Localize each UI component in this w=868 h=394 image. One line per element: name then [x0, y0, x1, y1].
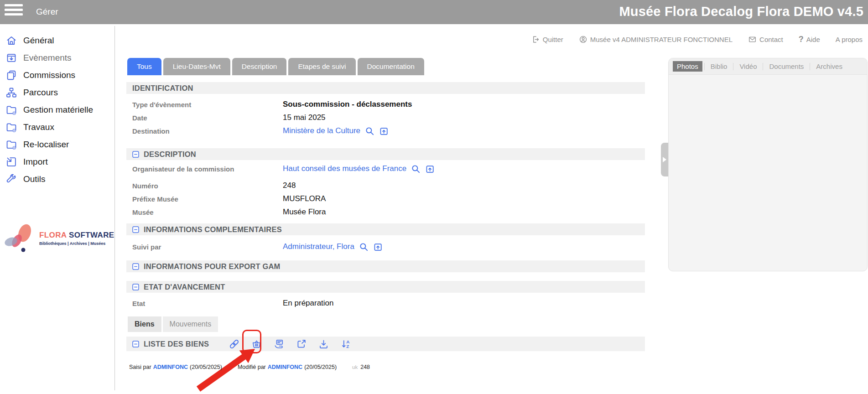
hamburger-menu-icon[interactable]: [5, 4, 23, 20]
collapse-icon[interactable]: [132, 341, 139, 347]
chevron-right-icon: [663, 157, 666, 162]
saisi-user-link[interactable]: ADMINFONC: [153, 364, 188, 370]
media-tab-biblio[interactable]: Biblio: [707, 61, 732, 72]
contact-label: Contact: [759, 36, 783, 43]
open-record-icon[interactable]: [373, 242, 383, 252]
sidebar-item-travaux[interactable]: Travaux: [0, 119, 114, 136]
field-value: En préparation: [283, 299, 334, 308]
sidebar-item-parcours[interactable]: Parcours: [0, 84, 114, 101]
hand-card-icon[interactable]: [274, 339, 284, 349]
section-description: DESCRIPTION: [126, 148, 645, 160]
collapse-icon[interactable]: [132, 226, 139, 233]
mail-icon: [748, 35, 757, 44]
external-link-icon[interactable]: [296, 339, 307, 349]
media-tab-archives[interactable]: Archives: [812, 61, 847, 72]
open-record-icon[interactable]: [425, 164, 435, 174]
tab-documentation[interactable]: Documentation: [358, 58, 424, 75]
sidebar-item-label: Commissions: [23, 70, 75, 80]
menu-label[interactable]: Gérer: [36, 7, 58, 17]
help-link[interactable]: ? Aide: [799, 35, 820, 44]
record-audit-footer: Saisi par ADMINFONC (20/05/2025) Modifié…: [129, 364, 370, 370]
media-tab-documents[interactable]: Documents: [765, 61, 808, 72]
field-row-prefixe: Préfixe Musée MUSFLORA: [132, 192, 326, 205]
collapse-icon[interactable]: [132, 284, 139, 290]
media-panel-tabs: Photos Biblio Vidéo Documents Archives: [669, 58, 867, 75]
contact-link[interactable]: Contact: [748, 35, 783, 44]
uk-value: 248: [360, 364, 370, 370]
sidebar-item-commissions[interactable]: Commissions: [0, 67, 114, 84]
field-row-type: Type d'évènement Sous-commission - décla…: [132, 98, 412, 111]
tab-separator: [763, 63, 763, 70]
media-tab-video[interactable]: Vidéo: [735, 61, 761, 72]
tab-tous[interactable]: Tous: [127, 58, 161, 75]
sidebar-item-evenements[interactable]: Evènements: [0, 49, 114, 67]
modifie-user-link[interactable]: ADMINFONC: [268, 364, 302, 370]
sidebar-item-outils[interactable]: Outils: [0, 171, 114, 188]
collapse-icon[interactable]: [132, 263, 139, 270]
tab-lieu-dates-mvt[interactable]: Lieu-Dates-Mvt: [163, 58, 230, 75]
field-label: Organisateur de la commission: [132, 165, 283, 173]
field-row-numero: Numéro 248: [132, 179, 296, 192]
wrench-icon: [5, 173, 17, 185]
section-title: IDENTIFICATION: [132, 84, 193, 93]
field-label: Date: [132, 114, 283, 122]
record-tabs: Tous Lieu-Dates-Mvt Description Etapes d…: [127, 58, 424, 75]
basket-icon[interactable]: [251, 339, 262, 349]
events-box-icon: [5, 52, 17, 64]
section-export-gam: INFORMATIONS POUR EXPORT GAM: [126, 260, 645, 272]
field-row-organisateur: Organisateur de la commission Haut conse…: [132, 162, 435, 175]
exit-icon: [531, 35, 540, 44]
folder-globe-icon: [5, 121, 17, 133]
sidebar-item-label: Evènements: [23, 53, 72, 63]
section-etat-avancement: ETAT D'AVANCEMENT: [126, 281, 645, 293]
section-title: INFORMATIONS COMPLEMENTAIRES: [144, 225, 282, 234]
about-label: A propos: [836, 36, 863, 43]
field-label: Préfixe Musée: [132, 195, 283, 203]
help-label: Aide: [806, 36, 820, 43]
download-icon[interactable]: [318, 339, 329, 349]
app-title: Musée Flora Decalog Flora DEMO v4.5: [619, 4, 863, 19]
field-label: Destination: [132, 127, 283, 135]
field-value: Musée Flora: [283, 207, 326, 217]
sidebar-item-label: Outils: [23, 174, 46, 184]
svg-text:Z: Z: [347, 344, 349, 349]
subtab-mouvements[interactable]: Mouvements: [163, 316, 218, 332]
sidebar-item-general[interactable]: Général: [0, 32, 114, 49]
about-link[interactable]: A propos: [836, 36, 863, 43]
field-value: MUSFLORA: [283, 194, 326, 203]
suivi-par-link[interactable]: Administrateur, Flora: [283, 242, 354, 251]
sidebar-item-import[interactable]: Import: [0, 153, 114, 171]
saisi-date: (20/05/2025): [190, 364, 222, 370]
organisateur-link[interactable]: Haut conseil des musées de France: [283, 164, 406, 173]
sidebar-item-relocaliser[interactable]: Re-localiser: [0, 136, 114, 153]
collapse-icon[interactable]: [132, 151, 139, 158]
field-label: Numéro: [132, 182, 283, 190]
media-tab-photos[interactable]: Photos: [673, 61, 702, 72]
sidebar-item-label: Travaux: [23, 122, 54, 132]
open-record-icon[interactable]: [379, 126, 389, 136]
sidebar-item-label: Re-localiser: [23, 140, 69, 150]
search-icon[interactable]: [411, 164, 421, 174]
sidebar-item-label: Gestion matérielle: [23, 105, 93, 115]
section-title: INFORMATIONS POUR EXPORT GAM: [144, 262, 281, 271]
search-icon[interactable]: [365, 126, 374, 136]
tab-etapes-de-suivi[interactable]: Etapes de suivi: [288, 58, 355, 75]
question-mark-icon: ?: [799, 35, 804, 44]
panel-collapse-handle[interactable]: [661, 143, 668, 176]
field-row-destination: Destination Ministère de la Culture: [132, 124, 389, 137]
sidebar-item-gestion-materielle[interactable]: Gestion matérielle: [0, 101, 114, 119]
folder-globe-icon: [5, 104, 17, 116]
sort-az-icon[interactable]: AZ: [341, 339, 351, 349]
subtab-biens[interactable]: Biens: [128, 316, 161, 332]
link-icon[interactable]: [229, 339, 239, 349]
tab-description[interactable]: Description: [232, 58, 287, 75]
destination-link[interactable]: Ministère de la Culture: [283, 126, 360, 135]
flora-software-logo: FLORA SOFTWARE Bibliothèques | Archives …: [3, 223, 114, 253]
quit-link[interactable]: Quitter: [531, 35, 563, 44]
user-link[interactable]: Musée v4 ADMINISTRATEUR FONCTIONNEL: [579, 35, 733, 44]
section-liste-des-biens: LISTE DES BIENS AZ: [126, 337, 645, 351]
home-icon: [5, 35, 17, 47]
search-icon[interactable]: [359, 242, 369, 252]
section-title: LISTE DES BIENS: [144, 340, 209, 348]
logo-name-secondary: SOFTWARE: [67, 231, 114, 239]
